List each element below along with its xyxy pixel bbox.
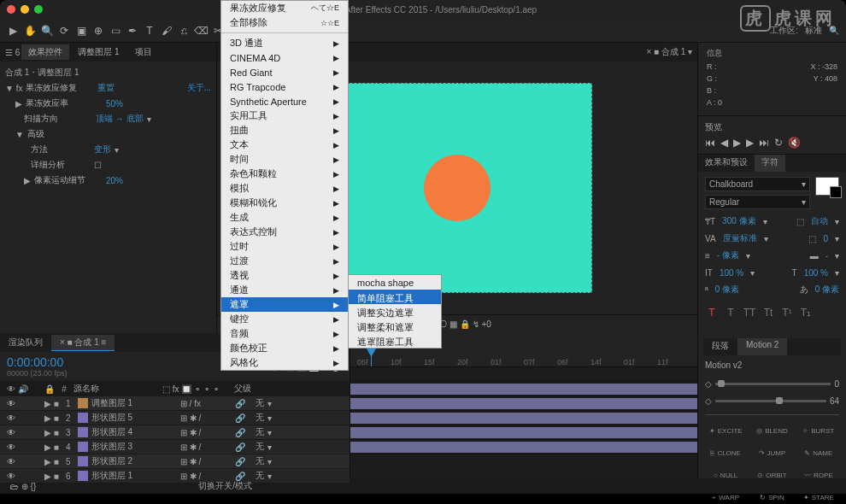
camera-tool-icon[interactable]: ▣ — [75, 25, 87, 37]
diamond-icon[interactable]: ◇ — [705, 396, 712, 406]
layer-row[interactable]: 👁▶ ■ 5 形状图层 2 ⊞ ✱ / 🔗无▾ — [0, 454, 350, 469]
maximize-window-icon[interactable] — [34, 5, 43, 14]
menu-item[interactable]: 杂色和颗粒▶ — [221, 167, 348, 181]
motion-btn-name[interactable]: ✎NAME — [798, 444, 839, 461]
hand-tool-icon[interactable]: ✋ — [24, 25, 36, 37]
shape-tool-icon[interactable]: ▭ — [109, 25, 121, 37]
submenu-item[interactable]: 简单阻塞工具 — [349, 290, 441, 304]
motion-btn-burst[interactable]: ✧BURST — [798, 422, 839, 439]
layer-row[interactable]: 👁▶ ■ 4 形状图层 3 ⊞ ✱ / 🔗无▾ — [0, 440, 350, 454]
tab-motion2[interactable]: Motion 2 — [737, 338, 787, 355]
advanced-label[interactable]: 高级 — [27, 128, 44, 140]
superscript-icon[interactable]: T¹ — [780, 307, 794, 319]
viewer-comp-name[interactable]: 合成 1 — [661, 47, 685, 56]
motion-btn-warp[interactable]: ⌁WARP — [705, 489, 746, 504]
menu-item[interactable]: 3D 通道▶ — [221, 36, 348, 50]
menu-item[interactable]: 表达式控制▶ — [221, 225, 348, 239]
fx-toggle-icon[interactable]: ▼ fx — [5, 84, 22, 93]
menu-item[interactable]: 模拟▶ — [221, 181, 348, 196]
checkbox-icon[interactable]: ☐ — [94, 161, 102, 170]
zoom-tool-icon[interactable]: 🔍 — [41, 25, 53, 37]
motion-btn-jump[interactable]: ↷JUMP — [751, 444, 792, 461]
smallcaps-icon[interactable]: Tt — [761, 307, 775, 319]
text-tool-icon[interactable]: T — [144, 25, 156, 37]
dropdown-icon[interactable]: ▾ — [147, 114, 151, 124]
first-frame-icon[interactable]: ⏮ — [705, 137, 715, 149]
motion-btn-rope[interactable]: 〰ROPE — [798, 466, 839, 483]
panel-stack-icon[interactable]: ☰ 6 — [5, 48, 20, 57]
font-select[interactable]: Chalkboard▾ — [705, 177, 810, 191]
tab-render-queue[interactable]: 渲染队列 — [0, 335, 51, 350]
bold-icon[interactable]: T — [705, 307, 719, 319]
motion-btn-null[interactable]: ○NULL — [705, 466, 746, 483]
submenu-item[interactable]: 调整实边遮罩 — [349, 304, 441, 319]
menu-item[interactable]: 透视▶ — [221, 268, 348, 283]
layer-row[interactable]: 👁▶ ■ 6 形状图层 1 ⊞ ✱ / 🔗无▾ — [0, 469, 350, 483]
motion-btn-blend[interactable]: ◎BLEND — [751, 422, 792, 439]
timecode[interactable]: 0:00:00:00 — [7, 355, 68, 369]
menu-item[interactable]: 过渡▶ — [221, 254, 348, 268]
layer-row[interactable]: 👁▶ ■ 2 形状图层 5 ⊞ ✱ / 🔗无▾ — [0, 411, 350, 425]
rotate-tool-icon[interactable]: ⟳ — [58, 25, 70, 37]
loop-icon[interactable]: ↻ — [774, 137, 783, 149]
submenu-item[interactable]: 遮罩阻塞工具 — [349, 333, 441, 348]
menu-item[interactable]: 遮罩▶ — [221, 297, 348, 312]
menu-item[interactable]: 生成▶ — [221, 210, 348, 225]
motion-btn-excite[interactable]: ✦EXCITE — [705, 422, 746, 439]
menu-item[interactable]: Synthetic Aperture▶ — [221, 94, 348, 108]
menu-item[interactable]: 全部移除☆☆E — [221, 15, 348, 30]
selection-tool-icon[interactable]: ▶ — [7, 25, 19, 37]
motion-btn-clone[interactable]: ⎘CLONE — [705, 444, 746, 461]
menu-item[interactable]: 模糊和锐化▶ — [221, 196, 348, 210]
eraser-tool-icon[interactable]: ⌫ — [195, 25, 207, 37]
menu-item[interactable]: 通道▶ — [221, 283, 348, 297]
brush-tool-icon[interactable]: 🖌 — [161, 25, 173, 37]
close-window-icon[interactable] — [7, 5, 15, 14]
menu-item[interactable]: 扭曲▶ — [221, 123, 348, 138]
tab-effects-presets[interactable]: 效果和预设 — [698, 155, 755, 172]
tab-project[interactable]: 项目 — [128, 44, 159, 60]
tab-adjustment[interactable]: 调整图层 1 — [71, 44, 126, 60]
menu-item[interactable]: 果冻效应修复へて☆E — [221, 1, 348, 15]
play-icon[interactable]: ▶ — [733, 137, 741, 149]
next-frame-icon[interactable]: ▶ — [746, 137, 754, 149]
motion-btn-stare[interactable]: ✦STARE — [798, 489, 839, 504]
menu-item[interactable]: 实用工具▶ — [221, 108, 348, 123]
tab-character[interactable]: 字符 — [755, 155, 785, 172]
menu-item[interactable]: 风格化▶ — [221, 355, 348, 370]
pen-tool-icon[interactable]: ✒ — [126, 25, 138, 37]
toggle-switches[interactable]: 切换开关/模式 — [198, 480, 252, 492]
last-frame-icon[interactable]: ⏭ — [759, 137, 769, 149]
caps-icon[interactable]: TT — [743, 307, 756, 319]
menu-item[interactable]: 过时▶ — [221, 239, 348, 254]
menu-item[interactable]: 时间▶ — [221, 152, 348, 167]
layer-row[interactable]: 👁▶ ■ 3 形状图层 4 ⊞ ✱ / 🔗无▾ — [0, 425, 350, 440]
minimize-window-icon[interactable] — [21, 5, 29, 14]
menu-item[interactable]: 颜色校正▶ — [221, 341, 348, 355]
diamond-icon[interactable]: ◇ — [705, 379, 712, 389]
menu-item[interactable]: 音频▶ — [221, 326, 348, 341]
menu-item[interactable]: Red Giant▶ — [221, 65, 348, 79]
motion-btn-spin[interactable]: ↻SPIN — [751, 489, 792, 504]
italic-icon[interactable]: T — [724, 307, 737, 319]
tab-effect-controls[interactable]: 效果控件 — [21, 44, 69, 60]
tracks[interactable] — [350, 367, 697, 478]
dropdown-icon[interactable]: ▾ — [115, 145, 119, 155]
menu-item[interactable]: 键控▶ — [221, 312, 348, 326]
submenu-item[interactable]: mocha shape — [349, 275, 441, 290]
slider-1[interactable] — [715, 383, 831, 385]
method-value[interactable]: 变形 — [94, 144, 111, 155]
pixel-value[interactable]: 20% — [106, 176, 123, 185]
layer-row[interactable]: 👁▶ ■ 1 调整图层 1 ⊞ / fx 🔗无▾ — [0, 396, 350, 411]
subscript-icon[interactable]: T₁ — [799, 307, 813, 319]
menu-item[interactable]: RG Trapcode▶ — [221, 79, 348, 94]
scan-value[interactable]: 顶端 → 底部 — [96, 113, 144, 125]
matte-submenu[interactable]: mocha shape简单阻塞工具调整实边遮罩调整柔和遮罩遮罩阻塞工具 — [348, 274, 442, 349]
effect-name[interactable]: 果冻效应修复 — [26, 82, 77, 94]
motion-btn-orbit[interactable]: ⊙ORBIT — [751, 466, 792, 483]
status-icons[interactable]: 🗁 ⊕ {} — [10, 482, 36, 491]
reset-button[interactable]: 重置 — [97, 82, 115, 94]
slider-2[interactable] — [715, 400, 826, 402]
effects-context-menu[interactable]: 果冻效应修复へて☆E全部移除☆☆E3D 通道▶CINEMA 4D▶Red Gia… — [220, 0, 349, 371]
color-swatch[interactable] — [815, 177, 839, 196]
